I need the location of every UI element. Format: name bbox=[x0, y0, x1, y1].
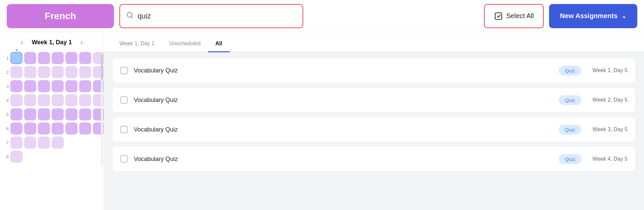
assignment-title: Vocabulary Quiz bbox=[134, 126, 553, 133]
assignment-checkbox[interactable] bbox=[120, 67, 128, 74]
tab-unscheduled[interactable]: Unscheduled bbox=[162, 36, 208, 52]
calendar-cell[interactable] bbox=[52, 94, 64, 106]
calendar-cell[interactable] bbox=[65, 94, 77, 106]
search-icon bbox=[126, 11, 133, 21]
select-all-button[interactable]: Select All bbox=[484, 4, 544, 28]
calendar-cell[interactable] bbox=[24, 137, 36, 149]
row-number: 4 bbox=[3, 98, 9, 103]
row-number: 3 bbox=[3, 84, 9, 89]
header: French Select All New Assignments ⌄ bbox=[0, 0, 644, 32]
calendar-cell[interactable] bbox=[65, 108, 77, 120]
assignment-title: Vocabulary Quiz bbox=[134, 156, 553, 163]
calendar-row: 8 bbox=[3, 151, 100, 163]
week-navigation: ‹ Week 1, Day 1 › bbox=[3, 38, 100, 47]
assignment-card: Vocabulary QuizQuizWeek 1, Day 5 bbox=[112, 58, 636, 83]
svg-rect-2 bbox=[495, 13, 502, 19]
calendar-cell[interactable] bbox=[65, 52, 77, 64]
assignment-title: Vocabulary Quiz bbox=[134, 67, 553, 74]
calendar-cell[interactable] bbox=[10, 94, 22, 106]
calendar-cell[interactable] bbox=[10, 80, 22, 92]
calendar-cell[interactable] bbox=[52, 137, 64, 149]
calendar-cell[interactable] bbox=[24, 122, 36, 135]
assignment-checkbox[interactable] bbox=[120, 126, 128, 133]
quiz-badge: Quiz bbox=[559, 66, 581, 75]
main-content: ‹ Week 1, Day 1 › 12345678 Week 1, Day 1… bbox=[0, 32, 644, 210]
calendar-cell[interactable] bbox=[79, 66, 91, 78]
assignments-list-wrap: Vocabulary QuizQuizWeek 1, Day 5Vocabula… bbox=[104, 52, 644, 210]
row-number: 7 bbox=[3, 140, 9, 145]
assignment-card: Vocabulary QuizQuizWeek 2, Day 5 bbox=[112, 87, 636, 113]
calendar-cell[interactable] bbox=[10, 52, 22, 64]
calendar-cell[interactable] bbox=[79, 94, 91, 106]
calendar-grid: 12345678 bbox=[3, 52, 100, 163]
calendar-cell[interactable] bbox=[65, 66, 77, 78]
chevron-down-icon: ⌄ bbox=[622, 12, 627, 20]
calendar-cell[interactable] bbox=[38, 122, 50, 135]
calendar-cell[interactable] bbox=[79, 80, 91, 92]
calendar-cell[interactable] bbox=[52, 108, 64, 120]
row-number: 1 bbox=[3, 56, 9, 61]
calendar-cell[interactable] bbox=[10, 122, 22, 135]
assignment-card: Vocabulary QuizQuizWeek 4, Day 5 bbox=[112, 146, 636, 172]
new-assignments-button[interactable]: New Assignments ⌄ bbox=[549, 4, 637, 28]
quiz-badge: Quiz bbox=[559, 125, 581, 135]
calendar-cell[interactable] bbox=[38, 52, 50, 64]
assignment-date: Week 2, Day 5 bbox=[587, 97, 628, 103]
calendar-cell[interactable] bbox=[24, 94, 36, 106]
svg-line-1 bbox=[131, 16, 132, 18]
assignment-card: Vocabulary QuizQuizWeek 3, Day 5 bbox=[112, 117, 636, 142]
calendar-row: 2 bbox=[3, 66, 100, 78]
assignment-date: Week 1, Day 5 bbox=[587, 67, 628, 73]
calendar-cell[interactable] bbox=[38, 137, 50, 149]
calendar-cell[interactable] bbox=[38, 108, 50, 120]
assignments-list: Vocabulary QuizQuizWeek 1, Day 5Vocabula… bbox=[104, 52, 644, 177]
calendar-cell[interactable] bbox=[38, 80, 50, 92]
row-number: 8 bbox=[3, 154, 9, 159]
calendar-cell[interactable] bbox=[52, 80, 64, 92]
calendar-cell[interactable] bbox=[24, 52, 36, 64]
checkbox-check-icon bbox=[494, 12, 503, 20]
sidebar-scrollbar[interactable] bbox=[101, 52, 103, 166]
tab-all[interactable]: All bbox=[208, 36, 229, 52]
calendar-cell[interactable] bbox=[10, 151, 22, 163]
calendar-cell[interactable] bbox=[65, 122, 77, 135]
subject-badge: French bbox=[7, 4, 114, 28]
tab-week-1--day-1[interactable]: Week 1, Day 1 bbox=[112, 36, 162, 52]
search-input[interactable] bbox=[138, 12, 297, 20]
prev-week-button[interactable]: ‹ bbox=[18, 38, 26, 47]
calendar-cell[interactable] bbox=[79, 52, 91, 64]
row-number: 2 bbox=[3, 70, 9, 75]
sidebar-calendar: ‹ Week 1, Day 1 › 12345678 bbox=[0, 32, 104, 210]
calendar-cell[interactable] bbox=[52, 52, 64, 64]
calendar-cell[interactable] bbox=[38, 94, 50, 106]
assignment-checkbox[interactable] bbox=[120, 155, 128, 163]
calendar-cell[interactable] bbox=[52, 66, 64, 78]
search-box bbox=[119, 4, 303, 28]
calendar-cell[interactable] bbox=[24, 80, 36, 92]
calendar-cell[interactable] bbox=[79, 122, 91, 135]
select-all-label: Select All bbox=[506, 12, 534, 20]
calendar-cell[interactable] bbox=[24, 108, 36, 120]
calendar-row: 1 bbox=[3, 52, 100, 64]
sidebar-scrollbar-thumb bbox=[101, 54, 103, 81]
calendar-cell[interactable] bbox=[10, 108, 22, 120]
calendar-row: 5 bbox=[3, 108, 100, 120]
quiz-badge: Quiz bbox=[559, 95, 581, 105]
calendar-row: 4 bbox=[3, 94, 100, 106]
calendar-row: 6 bbox=[3, 122, 100, 135]
assignment-date: Week 4, Day 5 bbox=[587, 156, 628, 162]
row-number: 6 bbox=[3, 126, 9, 131]
calendar-cell[interactable] bbox=[24, 66, 36, 78]
calendar-cell[interactable] bbox=[10, 66, 22, 78]
calendar-cell[interactable] bbox=[10, 137, 22, 149]
quiz-badge: Quiz bbox=[559, 154, 581, 164]
calendar-row: 7 bbox=[3, 137, 100, 149]
tabs-bar: Week 1, Day 1UnscheduledAll bbox=[104, 32, 644, 52]
calendar-cell[interactable] bbox=[65, 80, 77, 92]
calendar-row: 3 bbox=[3, 80, 100, 92]
calendar-cell[interactable] bbox=[38, 66, 50, 78]
calendar-cell[interactable] bbox=[79, 108, 91, 120]
assignment-checkbox[interactable] bbox=[120, 96, 128, 104]
next-week-button[interactable]: › bbox=[78, 38, 85, 47]
calendar-cell[interactable] bbox=[52, 122, 64, 135]
